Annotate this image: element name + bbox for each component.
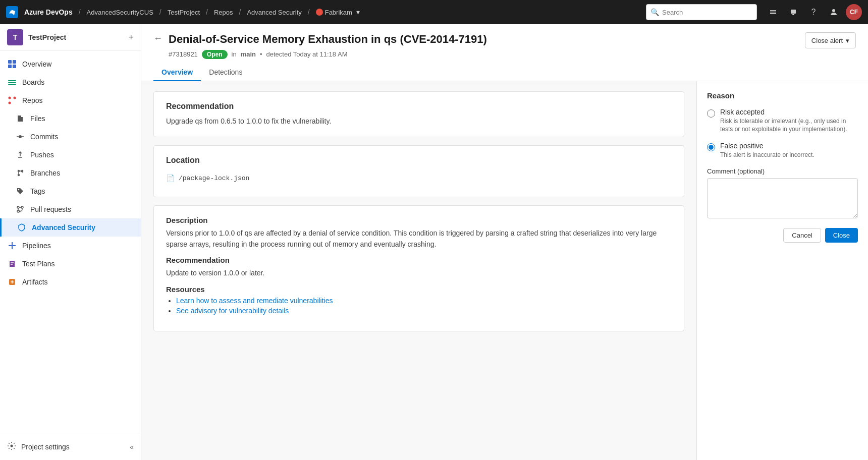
sidebar-item-advanced-security[interactable]: Advanced Security	[0, 218, 141, 237]
back-button[interactable]: ←	[153, 33, 162, 44]
fabrikam-dot-icon	[316, 9, 323, 16]
desc-recommendation-heading: Recommendation	[166, 256, 672, 264]
project-name[interactable]: TestProject	[28, 33, 123, 41]
sidebar-project-settings[interactable]: Project settings «	[0, 437, 141, 456]
sidebar-label-test-plans: Test Plans	[22, 260, 55, 268]
sidebar-item-files[interactable]: Files	[0, 109, 141, 128]
radio-false-positive: False positive This alert is inaccurate …	[707, 142, 858, 159]
help-icon-btn[interactable]: ?	[805, 4, 822, 20]
sidebar-item-repos[interactable]: Repos	[0, 91, 141, 109]
cancel-close-button[interactable]: Cancel	[783, 228, 821, 243]
sidebar-item-boards[interactable]: Boards	[0, 73, 141, 91]
radio-risk-accepted-content: Risk accepted Risk is tolerable or irrel…	[720, 108, 858, 134]
settings-icon	[7, 441, 16, 452]
sidebar-item-overview[interactable]: Overview	[0, 55, 141, 73]
radio-risk-accepted-desc: Risk is tolerable or irrelevant (e.g., o…	[720, 117, 858, 134]
content-scroll: Recommendation Upgrade qs from 0.6.5 to …	[141, 81, 696, 460]
branches-icon	[15, 168, 25, 178]
file-icon: 📄	[166, 174, 175, 183]
panel-actions: Cancel Close	[707, 228, 858, 243]
sidebar-item-branches[interactable]: Branches	[0, 164, 141, 182]
alert-id: #7318921	[169, 50, 198, 58]
sidebar: T TestProject + Overview Boards	[0, 24, 141, 460]
breadcrumb-advsecurity[interactable]: Advanced Security	[247, 9, 301, 16]
sidebar-label-pipelines: Pipelines	[22, 242, 51, 250]
artifacts-icon	[7, 277, 17, 287]
svg-rect-6	[13, 65, 16, 68]
notifications-icon-btn[interactable]	[785, 4, 801, 20]
location-card: Location 📄 /package-lock.json	[153, 145, 684, 197]
project-initial: T	[13, 33, 18, 41]
radio-risk-accepted-input[interactable]	[707, 109, 715, 118]
sidebar-item-pushes[interactable]: Pushes	[0, 146, 141, 164]
search-icon: 🔍	[650, 8, 659, 16]
brand-name[interactable]: Azure DevOps	[24, 8, 73, 16]
description-card: Description Versions prior to 1.0.0 of q…	[153, 205, 684, 331]
svg-rect-0	[791, 10, 796, 14]
fabrikam-dropdown-icon[interactable]: ▾	[356, 8, 360, 16]
sidebar-item-pipelines[interactable]: Pipelines	[0, 237, 141, 255]
desc-recommendation-text: Update to version 1.0.0 or later.	[166, 267, 672, 278]
alert-tabs: Overview Detections	[153, 64, 856, 81]
breadcrumb-sep-4: /	[239, 8, 241, 16]
sidebar-project-header: T TestProject +	[0, 24, 141, 51]
collapse-sidebar-btn[interactable]: «	[130, 443, 134, 451]
breadcrumb-project[interactable]: TestProject	[168, 9, 200, 16]
breadcrumb-repos[interactable]: Repos	[214, 9, 233, 16]
close-alert-panel: Reason Risk accepted Risk is tolerable o…	[696, 81, 868, 460]
location-title: Location	[166, 156, 672, 165]
svg-point-16	[18, 170, 20, 172]
sidebar-label-commits: Commits	[30, 133, 58, 141]
resource-link-2[interactable]: See advisory for vulnerability details	[176, 307, 289, 315]
description-text: Versions prior to 1.0.0 of qs are affect…	[166, 227, 672, 250]
sidebar-label-artifacts: Artifacts	[22, 278, 48, 286]
sidebar-label-repos: Repos	[22, 96, 42, 104]
settings-icon-btn[interactable]	[765, 4, 781, 20]
resource-link-1[interactable]: Learn how to assess and remediate vulner…	[176, 297, 333, 305]
sidebar-item-tags[interactable]: Tags	[0, 182, 141, 200]
project-icon: T	[7, 29, 23, 45]
user-settings-icon-btn[interactable]	[826, 4, 842, 20]
fabrikam-breadcrumb[interactable]: Fabrikam ▾	[316, 8, 360, 16]
content-area: Recommendation Upgrade qs from 0.6.5 to …	[141, 81, 868, 460]
sidebar-item-commits[interactable]: Commits	[0, 128, 141, 146]
svg-rect-4	[13, 60, 16, 64]
radio-false-positive-input[interactable]	[707, 143, 715, 151]
project-settings-left: Project settings	[7, 441, 70, 452]
close-alert-dropdown-btn[interactable]: Close alert ▾	[805, 32, 856, 48]
description-heading: Description	[166, 216, 672, 224]
comment-textarea[interactable]	[707, 178, 858, 218]
files-icon	[15, 113, 25, 124]
overview-icon	[7, 59, 17, 69]
recommendation-card: Recommendation Upgrade qs from 0.6.5 to …	[153, 91, 684, 137]
search-box[interactable]: 🔍	[646, 4, 757, 20]
location-file[interactable]: 📄 /package-lock.json	[166, 170, 672, 187]
panel-reason-title: Reason	[707, 91, 858, 100]
breadcrumb-fabrikam[interactable]: Fabrikam	[325, 9, 352, 16]
resources-section: Resources Learn how to assess and remedi…	[166, 285, 672, 315]
confirm-close-button[interactable]: Close	[825, 228, 858, 243]
topnav-icon-group: ? CF	[765, 4, 862, 20]
alert-title: Denial-of-Service Memory Exhaustion in q…	[169, 32, 805, 47]
sidebar-item-test-plans[interactable]: Test Plans	[0, 255, 141, 273]
project-settings-label: Project settings	[21, 443, 70, 451]
svg-rect-1	[792, 14, 794, 15]
tab-detections[interactable]: Detections	[201, 64, 250, 81]
alert-title-content: Denial-of-Service Memory Exhaustion in q…	[169, 32, 805, 59]
tab-overview[interactable]: Overview	[153, 64, 201, 81]
sidebar-label-branches: Branches	[30, 169, 60, 177]
alert-branch-text: in	[232, 50, 237, 58]
location-filepath: /package-lock.json	[179, 175, 249, 182]
breadcrumb-org[interactable]: AdvancedSecurityCUS	[87, 9, 153, 16]
svg-point-13	[19, 135, 22, 138]
sidebar-bottom: Project settings «	[0, 433, 141, 460]
add-project-btn[interactable]: +	[128, 32, 134, 43]
user-avatar[interactable]: CF	[846, 4, 862, 20]
sidebar-item-artifacts[interactable]: Artifacts	[0, 273, 141, 291]
pushes-icon	[15, 150, 25, 160]
breadcrumb-sep-1: /	[79, 8, 81, 16]
alert-separator: •	[260, 50, 262, 58]
tags-icon	[15, 186, 25, 196]
search-input[interactable]	[662, 9, 752, 16]
sidebar-item-pull-requests[interactable]: Pull requests	[0, 200, 141, 218]
